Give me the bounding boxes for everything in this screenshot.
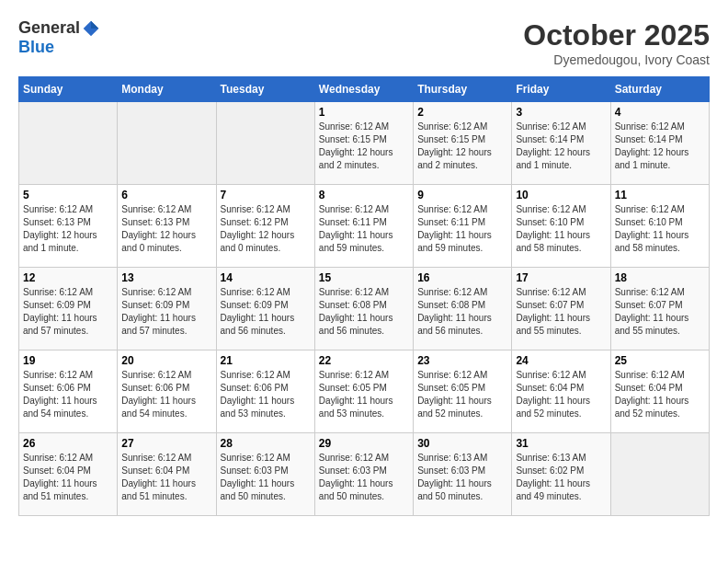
- day-info: Sunrise: 6:12 AM Sunset: 6:07 PM Dayligh…: [615, 286, 705, 338]
- day-info: Sunrise: 6:12 AM Sunset: 6:05 PM Dayligh…: [417, 369, 507, 420]
- svg-marker-1: [91, 20, 98, 28]
- day-number: 30: [417, 437, 507, 450]
- calendar-cell: 24Sunrise: 6:12 AM Sunset: 6:04 PM Dayli…: [512, 350, 610, 433]
- calendar-cell: 3Sunrise: 6:12 AM Sunset: 6:14 PM Daylig…: [512, 102, 610, 185]
- day-number: 9: [417, 189, 507, 201]
- calendar-cell: 29Sunrise: 6:12 AM Sunset: 6:03 PM Dayli…: [314, 433, 413, 516]
- calendar-cell: 1Sunrise: 6:12 AM Sunset: 6:15 PM Daylig…: [314, 102, 413, 185]
- calendar-cell: [118, 102, 216, 185]
- week-row-1: 1Sunrise: 6:12 AM Sunset: 6:15 PM Daylig…: [19, 102, 710, 185]
- day-info: Sunrise: 6:12 AM Sunset: 6:10 PM Dayligh…: [615, 203, 705, 255]
- day-info: Sunrise: 6:12 AM Sunset: 6:08 PM Dayligh…: [319, 286, 409, 338]
- day-info: Sunrise: 6:12 AM Sunset: 6:15 PM Dayligh…: [417, 121, 507, 172]
- day-number: 6: [121, 189, 211, 201]
- calendar-cell: 14Sunrise: 6:12 AM Sunset: 6:09 PM Dayli…: [216, 268, 314, 350]
- day-number: 22: [319, 354, 409, 367]
- calendar-cell: 20Sunrise: 6:12 AM Sunset: 6:06 PM Dayli…: [118, 350, 216, 433]
- day-number: 25: [615, 354, 705, 367]
- calendar-cell: 27Sunrise: 6:12 AM Sunset: 6:04 PM Dayli…: [118, 433, 216, 516]
- calendar-cell: 12Sunrise: 6:12 AM Sunset: 6:09 PM Dayli…: [19, 268, 118, 350]
- calendar-cell: 19Sunrise: 6:12 AM Sunset: 6:06 PM Dayli…: [19, 350, 118, 433]
- calendar-cell: 21Sunrise: 6:12 AM Sunset: 6:06 PM Dayli…: [216, 350, 314, 433]
- day-number: 26: [23, 437, 113, 450]
- day-info: Sunrise: 6:12 AM Sunset: 6:04 PM Dayligh…: [23, 452, 113, 503]
- day-info: Sunrise: 6:12 AM Sunset: 6:06 PM Dayligh…: [121, 369, 211, 420]
- day-number: 4: [615, 106, 705, 119]
- day-number: 10: [516, 189, 606, 201]
- day-number: 14: [221, 271, 311, 284]
- page-header: General Blue October 2025 Dyemedougou, I…: [18, 18, 710, 67]
- calendar-cell: 9Sunrise: 6:12 AM Sunset: 6:11 PM Daylig…: [414, 185, 512, 268]
- calendar-cell: 8Sunrise: 6:12 AM Sunset: 6:11 PM Daylig…: [314, 185, 413, 268]
- calendar-header-row: SundayMondayTuesdayWednesdayThursdayFrid…: [19, 77, 710, 102]
- day-number: 23: [417, 354, 507, 367]
- day-number: 17: [516, 271, 606, 284]
- day-number: 1: [319, 106, 409, 119]
- calendar-cell: 18Sunrise: 6:12 AM Sunset: 6:07 PM Dayli…: [610, 268, 709, 350]
- day-info: Sunrise: 6:12 AM Sunset: 6:04 PM Dayligh…: [121, 452, 211, 503]
- header-cell-saturday: Saturday: [610, 77, 709, 102]
- logo-general-text: General: [18, 18, 80, 38]
- day-info: Sunrise: 6:12 AM Sunset: 6:03 PM Dayligh…: [221, 452, 311, 503]
- day-info: Sunrise: 6:12 AM Sunset: 6:14 PM Dayligh…: [615, 121, 705, 172]
- day-number: 5: [23, 189, 113, 201]
- day-info: Sunrise: 6:12 AM Sunset: 6:08 PM Dayligh…: [417, 286, 507, 338]
- day-number: 7: [221, 189, 311, 201]
- calendar-cell: 30Sunrise: 6:13 AM Sunset: 6:03 PM Dayli…: [414, 433, 512, 516]
- day-number: 19: [23, 354, 113, 367]
- day-info: Sunrise: 6:12 AM Sunset: 6:06 PM Dayligh…: [23, 369, 113, 420]
- day-info: Sunrise: 6:12 AM Sunset: 6:06 PM Dayligh…: [221, 369, 311, 420]
- day-number: 29: [319, 437, 409, 450]
- day-number: 3: [516, 106, 606, 119]
- header-cell-monday: Monday: [118, 77, 216, 102]
- day-number: 16: [417, 271, 507, 284]
- day-info: Sunrise: 6:12 AM Sunset: 6:04 PM Dayligh…: [615, 369, 705, 420]
- calendar-cell: 31Sunrise: 6:13 AM Sunset: 6:02 PM Dayli…: [512, 433, 610, 516]
- day-number: 28: [221, 437, 311, 450]
- day-number: 18: [615, 271, 705, 284]
- day-number: 12: [23, 271, 113, 284]
- logo-blue-text: Blue: [18, 38, 54, 57]
- day-info: Sunrise: 6:12 AM Sunset: 6:03 PM Dayligh…: [319, 452, 409, 503]
- header-cell-friday: Friday: [512, 77, 610, 102]
- calendar-cell: 6Sunrise: 6:12 AM Sunset: 6:13 PM Daylig…: [118, 185, 216, 268]
- day-number: 11: [615, 189, 705, 201]
- calendar-cell: 22Sunrise: 6:12 AM Sunset: 6:05 PM Dayli…: [314, 350, 413, 433]
- day-info: Sunrise: 6:12 AM Sunset: 6:13 PM Dayligh…: [121, 203, 211, 255]
- day-info: Sunrise: 6:12 AM Sunset: 6:13 PM Dayligh…: [23, 203, 113, 255]
- day-info: Sunrise: 6:12 AM Sunset: 6:14 PM Dayligh…: [516, 121, 606, 172]
- week-row-3: 12Sunrise: 6:12 AM Sunset: 6:09 PM Dayli…: [19, 268, 710, 350]
- day-number: 27: [121, 437, 211, 450]
- calendar-cell: [610, 433, 709, 516]
- day-number: 20: [121, 354, 211, 367]
- day-info: Sunrise: 6:12 AM Sunset: 6:10 PM Dayligh…: [516, 203, 606, 255]
- calendar-cell: 4Sunrise: 6:12 AM Sunset: 6:14 PM Daylig…: [610, 102, 709, 185]
- week-row-2: 5Sunrise: 6:12 AM Sunset: 6:13 PM Daylig…: [19, 185, 710, 268]
- day-info: Sunrise: 6:12 AM Sunset: 6:11 PM Dayligh…: [319, 203, 409, 255]
- day-number: 15: [319, 271, 409, 284]
- calendar-cell: 11Sunrise: 6:12 AM Sunset: 6:10 PM Dayli…: [610, 185, 709, 268]
- day-info: Sunrise: 6:12 AM Sunset: 6:09 PM Dayligh…: [23, 286, 113, 338]
- calendar-cell: 17Sunrise: 6:12 AM Sunset: 6:07 PM Dayli…: [512, 268, 610, 350]
- header-cell-wednesday: Wednesday: [314, 77, 413, 102]
- day-info: Sunrise: 6:12 AM Sunset: 6:09 PM Dayligh…: [221, 286, 311, 338]
- calendar-cell: 16Sunrise: 6:12 AM Sunset: 6:08 PM Dayli…: [414, 268, 512, 350]
- day-info: Sunrise: 6:13 AM Sunset: 6:02 PM Dayligh…: [516, 452, 606, 503]
- day-number: 24: [516, 354, 606, 367]
- day-number: 2: [417, 106, 507, 119]
- day-number: 31: [516, 437, 606, 450]
- day-info: Sunrise: 6:12 AM Sunset: 6:12 PM Dayligh…: [221, 203, 311, 255]
- logo-icon: [82, 19, 100, 38]
- calendar-cell: 26Sunrise: 6:12 AM Sunset: 6:04 PM Dayli…: [19, 433, 118, 516]
- week-row-5: 26Sunrise: 6:12 AM Sunset: 6:04 PM Dayli…: [19, 433, 710, 516]
- calendar-cell: 15Sunrise: 6:12 AM Sunset: 6:08 PM Dayli…: [314, 268, 413, 350]
- day-number: 8: [319, 189, 409, 201]
- calendar-cell: 10Sunrise: 6:12 AM Sunset: 6:10 PM Dayli…: [512, 185, 610, 268]
- calendar-cell: 5Sunrise: 6:12 AM Sunset: 6:13 PM Daylig…: [19, 185, 118, 268]
- calendar-cell: [216, 102, 314, 185]
- calendar-cell: 2Sunrise: 6:12 AM Sunset: 6:15 PM Daylig…: [414, 102, 512, 185]
- calendar-cell: 13Sunrise: 6:12 AM Sunset: 6:09 PM Dayli…: [118, 268, 216, 350]
- calendar-cell: 28Sunrise: 6:12 AM Sunset: 6:03 PM Dayli…: [216, 433, 314, 516]
- header-cell-tuesday: Tuesday: [216, 77, 314, 102]
- location-text: Dyemedougou, Ivory Coast: [523, 52, 710, 67]
